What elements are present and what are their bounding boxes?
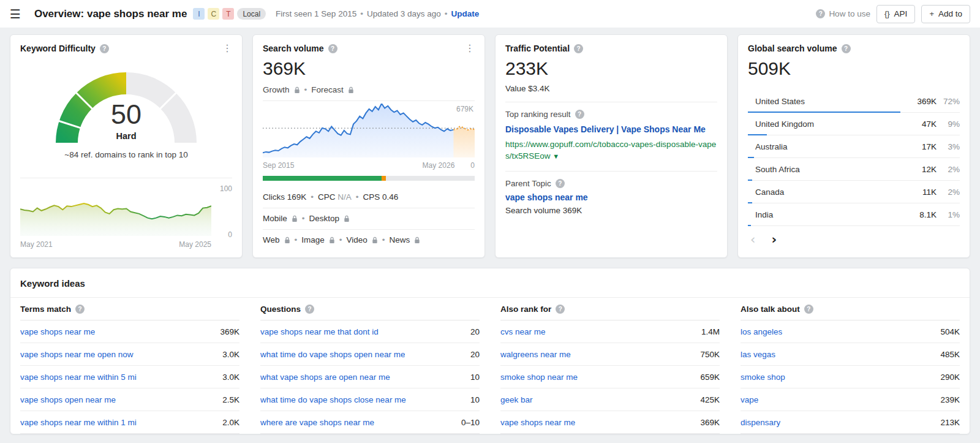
keyword-link[interactable]: las vegas (741, 350, 775, 359)
top-ranking-result-link[interactable]: Disposable Vapes Delivery | Vape Shops N… (505, 124, 717, 135)
web-label[interactable]: Web (263, 235, 280, 244)
keyword-link[interactable]: vape shops near me within 1 mi (20, 418, 137, 427)
country-percent: 9% (937, 119, 960, 129)
braces-icon: {} (884, 9, 890, 18)
sv-chart-start-label: Sep 2015 (263, 161, 294, 170)
keyword-link[interactable]: walgreens near me (500, 350, 571, 359)
keyword-link[interactable]: vape shops open near me (20, 395, 116, 404)
keyword-row: vape shops near me369K (20, 320, 239, 343)
parent-topic-link[interactable]: vape shops near me (505, 192, 717, 202)
keyword-link[interactable]: vape (741, 395, 758, 404)
help-icon[interactable]: ? (556, 179, 565, 188)
country-volume: 369K (917, 97, 937, 106)
kebab-menu-icon[interactable]: ⋮ (222, 44, 232, 53)
keyword-difficulty-card: Keyword Difficulty ? ⋮ (10, 34, 243, 258)
video-label[interactable]: Video (347, 235, 368, 244)
clicks-label: Clicks (263, 192, 285, 202)
kd-chart-end-label: May 2025 (179, 240, 211, 249)
kebab-menu-icon[interactable]: ⋮ (465, 44, 475, 53)
search-volume-chart: 679K Sep 201 (263, 100, 475, 170)
country-volume: 12K (922, 165, 937, 174)
keyword-row: vape shops near me within 1 mi2.0K (20, 411, 239, 434)
keyword-volume: 2.0K (222, 418, 239, 427)
keyword-volume: 659K (700, 373, 720, 382)
country-row: United Kingdom 47K 9% (748, 113, 960, 135)
keyword-volume: 10 (470, 373, 480, 382)
global-search-volume-card: Global search volume ? 509K United State… (737, 34, 970, 258)
keyword-link[interactable]: what time do vape shops close near me (260, 395, 406, 404)
lock-icon (414, 237, 420, 244)
sv-chart-end-label: May 2026 (423, 161, 455, 170)
clicks-breakdown-bar (263, 176, 475, 181)
keyword-link[interactable]: vape shops near me that dont id (260, 327, 379, 336)
keyword-ideas-panel: Keyword ideas Terms match? vape shops ne… (10, 268, 970, 434)
search-volume-value: 369K (263, 58, 475, 79)
image-label[interactable]: Image (301, 235, 325, 244)
clicks-value: 169K (287, 192, 307, 202)
update-link[interactable]: Update (451, 9, 479, 18)
how-to-use-link[interactable]: ? How to use (816, 9, 870, 18)
help-icon[interactable]: ? (574, 44, 583, 53)
keyword-row: smoke shop near me659K (500, 366, 720, 388)
help-icon[interactable]: ? (305, 305, 314, 314)
country-percent: 1% (937, 210, 960, 219)
keyword-link[interactable]: vape shops near me (500, 418, 575, 427)
plus-icon: + (929, 9, 934, 18)
keyword-link[interactable]: smoke shop (741, 373, 785, 382)
keyword-meta: First seen 1 Sep 2015•Updated 3 days ago… (276, 9, 479, 18)
keyword-link[interactable]: geek bar (500, 395, 533, 404)
help-icon[interactable]: ? (75, 305, 85, 314)
keyword-volume: 290K (940, 373, 960, 382)
clicks-bar-segment (382, 176, 386, 181)
keyword-link[interactable]: smoke shop near me (500, 373, 578, 382)
add-to-button[interactable]: + Add to (921, 5, 970, 23)
help-icon[interactable]: ? (328, 44, 337, 53)
desktop-label[interactable]: Desktop (309, 214, 340, 223)
keyword-row: vape239K (741, 388, 960, 411)
country-name: United States (748, 97, 805, 106)
lock-icon (294, 86, 300, 94)
keyword-link[interactable]: vape shops near me open now (20, 350, 134, 359)
prev-page-icon[interactable]: ‹ (750, 233, 755, 246)
cps-value: 0.46 (382, 192, 398, 202)
parent-topic-label: Parent Topic (505, 179, 551, 188)
questions-header: Questions (260, 305, 301, 314)
keyword-row: what time do vape shops close near me10 (260, 388, 480, 411)
keyword-link[interactable]: vape shops near me within 5 mi (20, 373, 137, 382)
kd-chart-max-label: 100 (220, 184, 232, 193)
keyword-link[interactable]: what vape shops are open near me (260, 373, 390, 382)
news-label[interactable]: News (390, 235, 410, 244)
help-icon[interactable]: ? (575, 110, 584, 119)
help-icon[interactable]: ? (100, 44, 109, 53)
help-icon[interactable]: ? (842, 44, 851, 53)
keyword-link[interactable]: los angeles (741, 327, 782, 336)
api-button[interactable]: {} API (876, 5, 915, 23)
keyword-link[interactable]: what time do vape shops open near me (260, 350, 405, 359)
kd-score: 50 (34, 99, 218, 131)
forecast-label[interactable]: Forecast (311, 85, 344, 94)
lock-icon (292, 215, 298, 222)
growth-label[interactable]: Growth (263, 85, 290, 94)
next-page-icon[interactable]: › (771, 233, 777, 246)
keyword-volume: 485K (940, 350, 960, 359)
help-icon[interactable]: ? (556, 305, 565, 314)
keyword-link[interactable]: where are vape shops near me (260, 418, 374, 427)
keyword-volume: 2.5K (222, 395, 239, 404)
keyword-ideas-grid: Terms match? vape shops near me369K vape… (10, 298, 970, 434)
help-icon[interactable]: ? (804, 305, 813, 314)
keyword-link[interactable]: cvs near me (500, 327, 546, 336)
hamburger-menu-icon[interactable]: ☰ (10, 8, 21, 20)
keyword-link[interactable]: dispensary (741, 418, 780, 427)
also-talk-about-header: Also talk about (741, 305, 800, 314)
sv-chart-max-label: 679K (456, 105, 473, 113)
traffic-potential-card: Traffic Potential ? 233K Value $3.4K Top… (495, 34, 728, 258)
search-volume-card: Search volume ? ⋮ 369K Growth • Forecast… (252, 34, 485, 258)
intent-badge-transactional: T (222, 8, 234, 20)
keyword-link[interactable]: vape shops near me (20, 327, 95, 336)
top-ranking-result-url[interactable]: https://www.gopuff.com/c/tobacco-vapes-d… (505, 139, 717, 162)
keyword-row: dispensary213K (741, 411, 960, 434)
mobile-label[interactable]: Mobile (263, 214, 287, 223)
country-row: Canada 11K 2% (748, 181, 960, 203)
clicks-bar-segment (263, 176, 382, 181)
keyword-volume: 213K (940, 418, 960, 427)
